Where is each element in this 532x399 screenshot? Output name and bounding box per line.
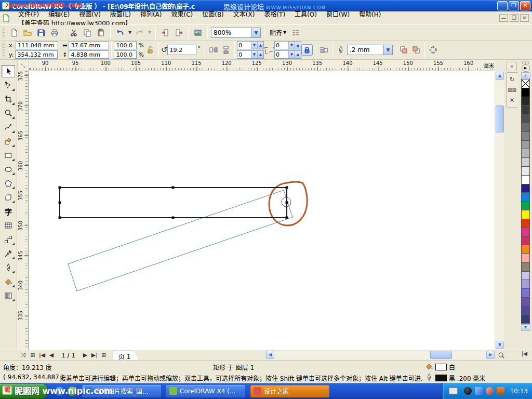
app-launcher-button[interactable]: [192, 26, 204, 39]
scroll-left-button[interactable]: ◀: [266, 351, 274, 359]
to-back-button[interactable]: [410, 44, 422, 56]
color-swatch-23[interactable]: [521, 280, 530, 289]
export-button[interactable]: [172, 26, 185, 39]
color-swatch-10[interactable]: [521, 166, 530, 176]
undo-button[interactable]: [114, 26, 126, 39]
restore-button[interactable]: ❐: [509, 1, 519, 10]
lock-ratio-button[interactable]: [144, 44, 156, 56]
color-swatch-16[interactable]: [521, 219, 530, 228]
first-page-button[interactable]: |◀: [37, 352, 47, 358]
outline-width-dropdown[interactable]: ▼: [383, 45, 392, 55]
color-swatch-7[interactable]: [521, 140, 530, 150]
color-swatch-19[interactable]: [521, 245, 530, 254]
color-swatch-21[interactable]: [521, 262, 530, 272]
color-swatch-3[interactable]: [521, 105, 530, 114]
horizontal-scroll-thumb[interactable]: [430, 351, 452, 359]
new-doc-button[interactable]: [8, 26, 20, 39]
vertical-scroll-thumb[interactable]: [496, 105, 504, 132]
color-swatch-20[interactable]: [521, 254, 530, 263]
vertical-scrollbar[interactable]: ▲ ▼: [495, 71, 504, 350]
menu-item-5[interactable]: 效果(C): [166, 9, 197, 20]
y-position-input[interactable]: 354.132 mm: [15, 50, 58, 59]
outline-width-combo[interactable]: .2 mm ▼: [347, 45, 393, 55]
scale-y-input[interactable]: 100.0: [114, 50, 137, 59]
docker-collapse-button[interactable]: «: [507, 62, 517, 71]
basic-shapes-tool[interactable]: [2, 191, 15, 204]
taskbar-button-1[interactable]: CorelDRAW X4 (...: [166, 385, 245, 397]
zoom-level-combo[interactable]: 800% ▼: [211, 28, 261, 38]
qq-tray-icon[interactable]: [464, 387, 472, 395]
zoom-tool[interactable]: [2, 107, 15, 119]
corner-radius-input-0[interactable]: 0▼▲: [237, 41, 264, 49]
outline-pen-tool[interactable]: [2, 261, 15, 274]
color-swatch-22[interactable]: [521, 271, 530, 281]
interactive-fill-tool[interactable]: [2, 289, 15, 302]
options-button[interactable]: [289, 26, 302, 39]
doc-minimize-button[interactable]: —: [499, 14, 508, 22]
scroll-right-button[interactable]: ▶: [486, 351, 495, 359]
snap-to-button[interactable]: 贴齐 ▼: [268, 27, 288, 38]
toolbar-grip[interactable]: [3, 28, 5, 38]
page-tab[interactable]: 页 1: [113, 351, 138, 360]
color-swatch-6[interactable]: [521, 131, 530, 141]
cut-button[interactable]: [68, 26, 80, 39]
horizontal-scrollbar[interactable]: ◀ ▶: [266, 351, 495, 360]
input-method-icon[interactable]: [449, 388, 458, 394]
app-tray-icon[interactable]: [497, 387, 504, 395]
import-button[interactable]: [159, 26, 171, 39]
color-swatch-15[interactable]: [521, 210, 530, 219]
undo-dropdown[interactable]: ▼: [127, 26, 132, 39]
color-swatch-24[interactable]: [521, 288, 530, 298]
transformation-docker-tab[interactable]: ↻ ▧▨ ✕: [506, 72, 517, 108]
color-swatch-13[interactable]: [521, 192, 530, 202]
color-swatch-11[interactable]: [521, 175, 530, 184]
corner-radius-input-1[interactable]: 0▼▲: [237, 50, 264, 59]
vertical-ruler[interactable]: 375370365360355350345340335: [17, 71, 29, 350]
zoom-dropdown-arrow[interactable]: ▼: [251, 28, 260, 37]
crop-tool[interactable]: [2, 93, 15, 105]
color-swatch-9[interactable]: [521, 157, 530, 167]
x-position-input[interactable]: 111.048 mm: [16, 41, 58, 49]
blend-tool[interactable]: [2, 233, 15, 246]
color-swatch-17[interactable]: [521, 228, 530, 237]
corner-lock-button[interactable]: [301, 44, 313, 56]
mirror-horizontal-button[interactable]: [207, 44, 220, 56]
outline-indicator[interactable]: 黑 .200 毫米: [425, 373, 485, 383]
antivirus-tray-icon[interactable]: [486, 387, 494, 395]
color-swatch-4[interactable]: [521, 114, 530, 123]
doc-restore-button[interactable]: ❐: [510, 14, 518, 22]
color-swatch-1[interactable]: [521, 88, 530, 97]
object-width-input[interactable]: 37.67 mm: [69, 41, 109, 49]
color-swatch-18[interactable]: [521, 236, 530, 245]
next-page-button[interactable]: ▶: [81, 352, 90, 358]
eyedropper-tool[interactable]: [2, 247, 15, 260]
print-button[interactable]: [48, 26, 61, 39]
to-front-button[interactable]: [397, 44, 410, 56]
mirror-vertical-button[interactable]: [220, 44, 232, 56]
drawing-canvas[interactable]: [29, 71, 495, 350]
color-swatch-27[interactable]: [521, 315, 530, 324]
fill-indicator[interactable]: 白: [425, 362, 455, 372]
redo-dropdown[interactable]: ▼: [147, 26, 152, 39]
save-button[interactable]: [35, 26, 47, 39]
color-swatch-12[interactable]: [521, 184, 530, 193]
add-page-start-button[interactable]: ⊞: [28, 352, 37, 358]
prev-page-button[interactable]: ◀: [47, 352, 56, 358]
doc-close-button[interactable]: ✕: [520, 14, 529, 22]
palette-flyout-button[interactable]: ▶: [522, 64, 530, 72]
rectangle-tool[interactable]: [2, 149, 15, 162]
smart-fill-tool[interactable]: [2, 135, 15, 148]
fill-tool[interactable]: [2, 275, 15, 288]
color-swatch-14[interactable]: [521, 201, 530, 210]
palette-scroll-up[interactable]: ▲: [521, 72, 530, 79]
palette-grip[interactable]: [522, 61, 529, 64]
rotation-angle-input[interactable]: 19.2: [167, 45, 196, 55]
taskbar-button-2[interactable]: 设计之家: [250, 385, 329, 397]
color-swatch-26[interactable]: [521, 306, 530, 315]
open-button[interactable]: [21, 26, 34, 39]
color-swatch-none[interactable]: [521, 79, 530, 88]
color-swatch-8[interactable]: [521, 149, 530, 158]
text-tool[interactable]: 字: [2, 205, 15, 218]
drawing-scale-icon[interactable]: ⤨: [19, 352, 28, 358]
wrap-text-button[interactable]: [317, 44, 330, 56]
